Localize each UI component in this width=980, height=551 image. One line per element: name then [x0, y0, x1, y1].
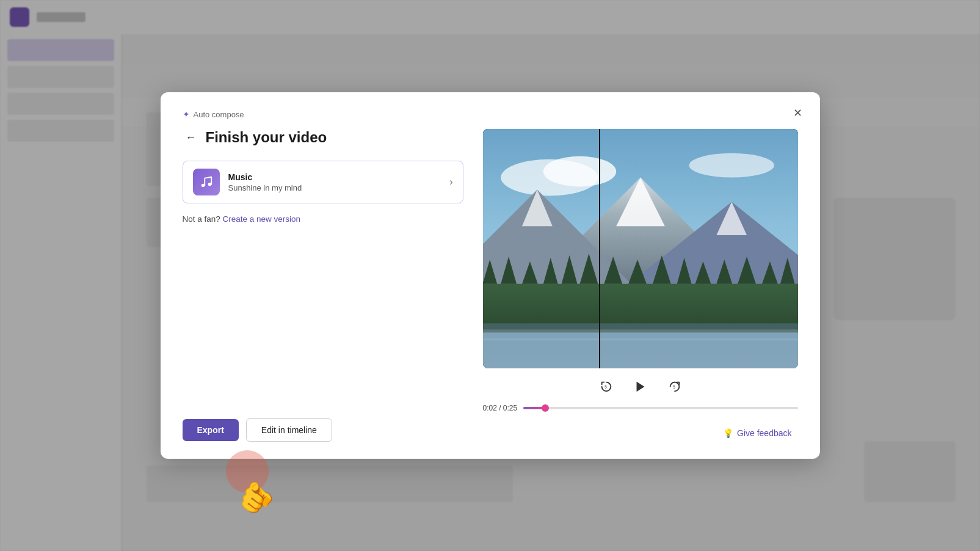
progress-row: 0:02 / 0:25: [483, 404, 798, 412]
left-panel: ← Finish your video Music Sunshine: [183, 129, 463, 442]
auto-compose-text: Auto compose: [194, 110, 244, 119]
time-current: 0:02 / 0:25: [483, 404, 518, 412]
finish-video-dialog: ✕ ✦ Auto compose ← Finish your video: [161, 92, 820, 459]
music-card[interactable]: Music Sunshine in my mind ›: [183, 161, 463, 203]
svg-point-5: [689, 153, 774, 178]
svg-rect-33: [483, 329, 798, 332]
lightbulb-icon: 💡: [723, 428, 733, 438]
music-title: Music: [228, 172, 441, 182]
rewind-icon: 5: [600, 380, 613, 393]
play-button[interactable]: [630, 376, 652, 398]
music-subtitle: Sunshine in my mind: [228, 183, 441, 192]
progress-bar-track[interactable]: [523, 407, 797, 409]
progress-thumb: [542, 404, 549, 412]
back-button[interactable]: ←: [183, 129, 200, 146]
give-feedback-button[interactable]: 💡 Give feedback: [717, 425, 798, 442]
music-chevron-icon: ›: [449, 177, 452, 188]
cursor-hand: 🫵: [236, 477, 278, 517]
video-controls: 5 5: [483, 376, 798, 412]
give-feedback-label: Give feedback: [737, 428, 792, 438]
back-title-row: ← Finish your video: [183, 129, 463, 146]
svg-text:5: 5: [673, 385, 675, 389]
bottom-actions: Export Edit in timeline: [183, 418, 463, 442]
export-button[interactable]: Export: [183, 419, 239, 441]
create-new-version-link[interactable]: Create a new version: [223, 214, 301, 224]
not-a-fan-text: Not a fan? Create a new version: [183, 214, 463, 224]
svg-text:5: 5: [604, 385, 607, 389]
progress-bar-fill: [523, 407, 545, 409]
svg-point-0: [201, 184, 205, 188]
rewind-button[interactable]: 5: [595, 376, 617, 398]
auto-compose-icon: ✦: [183, 109, 190, 119]
close-button[interactable]: ✕: [788, 103, 808, 123]
svg-marker-36: [636, 382, 644, 392]
auto-compose-label: ✦ Auto compose: [183, 109, 798, 119]
music-info: Music Sunshine in my mind: [228, 172, 441, 192]
right-panel: 5 5: [483, 129, 798, 442]
mountain-scene-svg: [483, 129, 798, 368]
video-preview: [483, 129, 798, 368]
svg-rect-34: [483, 338, 798, 340]
playhead-line: [599, 129, 600, 368]
music-note-icon: [200, 175, 213, 189]
svg-point-4: [543, 156, 615, 187]
play-icon: [634, 380, 647, 393]
forward-button[interactable]: 5: [664, 376, 686, 398]
dialog-footer: 💡 Give feedback: [483, 425, 798, 442]
dialog-title: Finish your video: [206, 129, 327, 146]
svg-point-1: [208, 183, 211, 186]
edit-in-timeline-button[interactable]: Edit in timeline: [246, 418, 332, 442]
dialog-body: ← Finish your video Music Sunshine: [183, 129, 798, 442]
control-buttons: 5 5: [595, 376, 686, 398]
forward-icon: 5: [668, 380, 681, 393]
music-icon-box: [193, 169, 220, 195]
modal-overlay: ✕ ✦ Auto compose ← Finish your video: [0, 0, 980, 551]
